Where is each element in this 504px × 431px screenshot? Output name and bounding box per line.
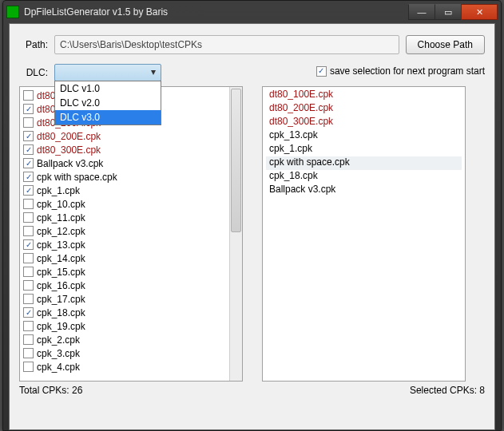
item-label: cpk_18.cpk <box>37 307 85 318</box>
selected-item[interactable]: cpk with space.cpk <box>266 156 462 170</box>
item-checkbox[interactable] <box>23 321 34 331</box>
item-label: cpk_17.cpk <box>37 294 85 305</box>
list-item[interactable]: dt80_300E.cpk <box>23 143 226 156</box>
dlc-option[interactable]: DLC v3.0 <box>55 110 161 125</box>
titlebar[interactable]: DpFileListGenerator v1.5 by Baris — ▭ ✕ <box>3 1 501 23</box>
selected-item[interactable]: dt80_300E.cpk <box>266 116 462 129</box>
choose-path-button[interactable]: Choose Path <box>406 35 485 54</box>
dlc-select-wrap: DLC v1.0DLC v2.0DLC v3.0 <box>54 64 161 81</box>
footer: Total CPKs: 26 Selected CPKs: 8 <box>19 385 485 396</box>
list-item[interactable]: cpk_13.cpk <box>23 238 226 251</box>
list-item[interactable]: cpk_1.cpk <box>23 184 226 197</box>
dlc-option[interactable]: DLC v2.0 <box>55 96 161 110</box>
selected-item[interactable]: cpk_18.cpk <box>266 170 462 184</box>
item-label: cpk with space.cpk <box>37 172 117 183</box>
path-label: Path: <box>19 39 48 50</box>
item-checkbox[interactable] <box>23 362 34 372</box>
item-label: cpk_4.cpk <box>37 362 80 373</box>
item-checkbox[interactable] <box>23 212 34 223</box>
item-checkbox[interactable] <box>23 144 34 155</box>
item-checkbox[interactable] <box>23 294 34 304</box>
list-item[interactable]: cpk_12.cpk <box>23 224 226 238</box>
item-label: dt80_300E.cpk <box>37 144 101 156</box>
list-item[interactable]: cpk_14.cpk <box>23 251 226 265</box>
item-checkbox[interactable] <box>23 348 34 358</box>
dlc-row: DLC: DLC v1.0DLC v2.0DLC v3.0 <box>19 64 161 81</box>
item-label: cpk_15.cpk <box>37 267 85 278</box>
list-item[interactable]: cpk with space.cpk <box>23 170 226 184</box>
item-checkbox[interactable] <box>23 104 34 114</box>
selected-list-inner: dt80_100E.cpkdt80_200E.cpkdt80_300E.cpkc… <box>263 87 465 381</box>
item-label: cpk_1.cpk <box>37 185 80 196</box>
item-checkbox[interactable] <box>23 185 34 196</box>
item-checkbox[interactable] <box>23 226 34 236</box>
item-checkbox[interactable] <box>23 90 34 101</box>
item-label: cpk_14.cpk <box>37 253 85 264</box>
selected-list[interactable]: dt80_100E.cpkdt80_200E.cpkdt80_300E.cpkc… <box>262 86 466 382</box>
list-item[interactable]: cpk_18.cpk <box>23 306 226 319</box>
item-checkbox[interactable] <box>23 334 34 345</box>
list-item[interactable]: cpk_19.cpk <box>23 319 226 333</box>
item-checkbox[interactable] <box>23 307 34 318</box>
item-label: cpk_19.cpk <box>37 321 85 332</box>
available-list[interactable]: dt80 written overdt80_ overdt80_200A.cpk… <box>19 86 243 382</box>
list-item[interactable]: cpk_15.cpk <box>23 265 226 279</box>
selected-item[interactable]: cpk_1.cpk <box>266 143 462 156</box>
window-buttons: — ▭ ✕ <box>409 4 498 20</box>
lists-area: dt80 written overdt80_ overdt80_200A.cpk… <box>19 86 485 382</box>
path-row: Path: Choose Path <box>19 35 485 54</box>
item-label: dt80_200E.cpk <box>37 131 101 142</box>
dlc-select[interactable] <box>54 64 161 81</box>
close-button[interactable]: ✕ <box>461 4 498 20</box>
list-item[interactable]: cpk_4.cpk <box>23 360 226 374</box>
item-checkbox[interactable] <box>23 199 34 209</box>
item-label: cpk_11.cpk <box>37 212 85 223</box>
dlc-label: DLC: <box>19 67 48 78</box>
dlc-option[interactable]: DLC v1.0 <box>55 81 161 96</box>
available-list-inner: dt80 written overdt80_ overdt80_200A.cpk… <box>20 87 229 381</box>
item-checkbox[interactable] <box>23 239 34 250</box>
dlc-dropdown-list[interactable]: DLC v1.0DLC v2.0DLC v3.0 <box>54 81 161 125</box>
path-input[interactable] <box>54 35 399 54</box>
scrollbar-thumb[interactable] <box>231 89 241 232</box>
item-checkbox[interactable] <box>23 280 34 291</box>
list-item[interactable]: cpk_3.cpk <box>23 346 226 360</box>
item-label: cpk_3.cpk <box>37 348 80 359</box>
maximize-button[interactable]: ▭ <box>435 4 462 20</box>
selected-item[interactable]: dt80_100E.cpk <box>266 89 462 102</box>
item-label: cpk_12.cpk <box>37 226 85 237</box>
item-label: cpk_16.cpk <box>37 280 85 291</box>
item-checkbox[interactable] <box>23 131 34 141</box>
window-frame: DpFileListGenerator v1.5 by Baris — ▭ ✕ … <box>2 0 502 431</box>
save-selection-label: save selection for next program start <box>330 65 485 77</box>
item-checkbox[interactable] <box>23 267 34 277</box>
item-checkbox[interactable] <box>23 158 34 168</box>
list-item[interactable]: cpk_11.cpk <box>23 211 226 224</box>
window-title: DpFileListGenerator v1.5 by Baris <box>24 6 409 18</box>
minimize-button[interactable]: — <box>408 4 435 20</box>
item-checkbox[interactable] <box>23 117 34 128</box>
item-label: cpk_13.cpk <box>37 239 85 251</box>
total-count-label: Total CPKs: 26 <box>19 385 82 396</box>
list-item[interactable]: cpk_16.cpk <box>23 279 226 292</box>
item-label: cpk_10.cpk <box>37 199 85 210</box>
selected-item[interactable]: Ballpack v3.cpk <box>266 184 462 197</box>
item-checkbox[interactable] <box>23 172 34 182</box>
list-item[interactable]: cpk_10.cpk <box>23 197 226 211</box>
app-icon <box>6 6 19 18</box>
client-area: Path: Choose Path DLC: DLC v1.0DLC v2.0D… <box>9 23 495 430</box>
save-selection-checkbox[interactable] <box>316 66 327 77</box>
save-selection-row: save selection for next program start <box>316 65 485 77</box>
item-checkbox[interactable] <box>23 253 34 263</box>
available-scrollbar[interactable] <box>229 87 242 381</box>
selected-item[interactable]: dt80_200E.cpk <box>266 102 462 116</box>
item-label: Ballpack v3.cpk <box>37 158 103 169</box>
list-item[interactable]: cpk_2.cpk <box>23 333 226 346</box>
list-item[interactable]: dt80_200E.cpk <box>23 129 226 143</box>
selected-item[interactable]: cpk_13.cpk <box>266 129 462 143</box>
list-item[interactable]: Ballpack v3.cpk <box>23 156 226 170</box>
selected-count-label: Selected CPKs: 8 <box>410 385 485 396</box>
list-item[interactable]: cpk_17.cpk <box>23 292 226 306</box>
item-label: cpk_2.cpk <box>37 334 80 346</box>
